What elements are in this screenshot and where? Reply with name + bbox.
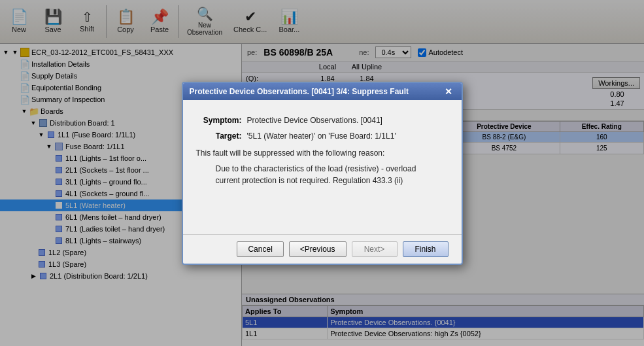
modal-target-value: '5L1 (Water heater)' on 'Fuse Board: 1/1… xyxy=(247,131,396,141)
modal-footer: Cancel <Previous Next> Finish xyxy=(183,234,462,264)
modal-reason-text: Due to the characteristics of the load (… xyxy=(216,163,418,186)
modal-fault-text: This fault will be suppressed with the f… xyxy=(196,147,449,159)
modal-cancel-button[interactable]: Cancel xyxy=(237,241,283,257)
modal-target-row: Target: '5L1 (Water heater)' on 'Fuse Bo… xyxy=(196,131,449,141)
modal-title: Protective Device Observations. [0041] 3… xyxy=(190,87,409,96)
modal-body: Symptom: Protective Device Observations.… xyxy=(183,100,462,234)
modal-overlay: Protective Device Observations. [0041] 3… xyxy=(0,0,644,346)
modal-close-button[interactable]: ✕ xyxy=(442,86,455,97)
modal-symptom-label: Symptom: xyxy=(196,116,242,125)
modal-fault-sentence: This fault will be suppressed with the f… xyxy=(196,148,385,158)
modal-dialog: Protective Device Observations. [0041] 3… xyxy=(182,82,463,265)
modal-target-label: Target: xyxy=(196,131,242,141)
modal-titlebar: Protective Device Observations. [0041] 3… xyxy=(183,83,462,100)
modal-finish-button[interactable]: Finish xyxy=(403,241,449,257)
modal-reason-block: Due to the characteristics of the load (… xyxy=(196,163,449,186)
modal-symptom-value: Protective Device Observations. [0041] xyxy=(247,116,382,125)
modal-symptom-row: Symptom: Protective Device Observations.… xyxy=(196,116,449,125)
modal-next-button[interactable]: Next> xyxy=(352,241,398,257)
modal-previous-button[interactable]: <Previous xyxy=(289,241,347,257)
